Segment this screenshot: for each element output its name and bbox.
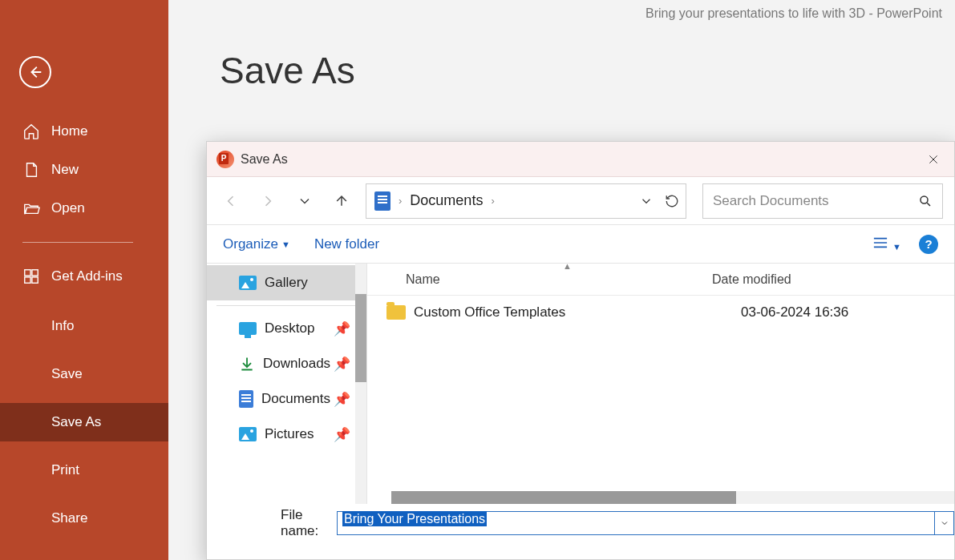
open-folder-icon: [22, 199, 40, 217]
nav-saveas[interactable]: Save As: [0, 403, 168, 441]
documents-icon: [239, 390, 253, 408]
powerpoint-icon: [216, 151, 234, 168]
column-date[interactable]: Date modified: [712, 272, 954, 287]
chevron-down-icon[interactable]: [639, 194, 654, 208]
view-button[interactable]: ▼: [872, 236, 901, 253]
newfolder-button[interactable]: New folder: [314, 236, 379, 252]
filename-value: Bring Your Presentations: [342, 511, 487, 526]
nav-home[interactable]: Home: [0, 112, 168, 151]
document-location-icon: [374, 191, 390, 211]
search-icon: [918, 194, 933, 208]
explorer-body: Gallery Desktop 📌 Downloads 📌 Documents …: [207, 264, 954, 504]
svg-rect-2: [25, 277, 30, 283]
place-documents[interactable]: Documents 📌: [207, 381, 366, 417]
places-scroll-thumb[interactable]: [355, 294, 366, 382]
window-title: Bring your presentations to life with 3D…: [168, 0, 955, 21]
nav-open-label: Open: [51, 200, 85, 216]
dialog-nav-row: › Documents ›: [207, 177, 954, 225]
home-icon: [22, 123, 40, 140]
nav-share[interactable]: Share: [0, 499, 168, 538]
item-name: Custom Office Templates: [414, 304, 741, 320]
nav-up-button[interactable]: [329, 188, 354, 214]
svg-rect-3: [32, 277, 38, 283]
svg-rect-0: [25, 270, 30, 276]
chevron-down-icon: [940, 518, 949, 528]
pin-icon[interactable]: 📌: [334, 320, 350, 337]
refresh-icon[interactable]: [665, 194, 679, 208]
new-file-icon: [22, 161, 40, 179]
nav-addins[interactable]: Get Add-ins: [0, 257, 168, 296]
places-panel: Gallery Desktop 📌 Downloads 📌 Documents …: [207, 264, 367, 504]
nav-forward-button[interactable]: [255, 188, 281, 214]
list-view-icon: [872, 236, 889, 250]
pictures-icon: [239, 427, 257, 441]
breadcrumb-sep: ›: [491, 195, 494, 207]
page-title: Save As: [168, 21, 955, 92]
saveas-dialog: Save As › Documents › Organize ▼ N: [206, 141, 955, 560]
svg-point-4: [921, 196, 928, 203]
dialog-toolbar: Organize ▼ New folder ▼ ?: [207, 225, 954, 264]
arrow-left-icon: [223, 193, 239, 209]
help-button[interactable]: ?: [919, 235, 938, 254]
chevron-down-icon: [297, 193, 313, 209]
gallery-icon: [239, 276, 257, 290]
pin-icon[interactable]: 📌: [334, 356, 350, 373]
nav-back-button[interactable]: [218, 188, 244, 214]
dialog-title: Save As: [241, 152, 288, 167]
list-item[interactable]: Custom Office Templates 03-06-2024 16:36: [367, 296, 954, 329]
nav-new-label: New: [51, 162, 79, 178]
addins-icon: [22, 268, 40, 285]
sort-ascending-icon[interactable]: ▲: [563, 261, 572, 271]
nav-print[interactable]: Print: [0, 451, 168, 489]
desktop-icon: [239, 322, 257, 335]
nav-home-label: Home: [51, 123, 87, 139]
nav-recent-button[interactable]: [292, 188, 318, 214]
column-name[interactable]: Name: [367, 272, 712, 287]
search-input[interactable]: [713, 193, 918, 209]
close-icon: [927, 153, 940, 166]
item-date: 03-06-2024 16:36: [741, 304, 848, 320]
nav-addins-label: Get Add-ins: [51, 268, 123, 284]
pin-icon[interactable]: 📌: [334, 426, 350, 443]
file-list-hscroll-thumb[interactable]: [391, 491, 736, 504]
backstage-sidebar: Home New Open Get Add-ins Info Save Save…: [0, 0, 168, 560]
breadcrumb-location[interactable]: Documents: [410, 192, 483, 209]
download-icon: [239, 356, 255, 372]
nav-info[interactable]: Info: [0, 307, 168, 345]
arrow-right-icon: [260, 193, 276, 209]
dialog-titlebar: Save As: [207, 142, 954, 177]
place-gallery[interactable]: Gallery: [207, 265, 366, 300]
organize-button[interactable]: Organize ▼: [223, 236, 290, 252]
breadcrumb[interactable]: › Documents ›: [366, 183, 686, 219]
filename-input[interactable]: Bring Your Presentations: [337, 511, 935, 535]
filename-row: File name: Bring Your Presentations: [207, 504, 954, 542]
place-pictures[interactable]: Pictures 📌: [207, 417, 366, 452]
arrow-up-icon: [334, 193, 350, 209]
svg-rect-1: [32, 270, 38, 276]
place-desktop[interactable]: Desktop 📌: [207, 311, 366, 346]
pin-icon[interactable]: 📌: [334, 391, 350, 408]
filename-label: File name:: [281, 507, 329, 539]
back-button[interactable]: [19, 56, 51, 88]
nav-new[interactable]: New: [0, 151, 168, 189]
close-button[interactable]: [922, 148, 945, 171]
place-downloads[interactable]: Downloads 📌: [207, 346, 366, 381]
search-box[interactable]: [702, 183, 943, 219]
nav-open[interactable]: Open: [0, 189, 168, 228]
file-list-header: ▲ Name Date modified: [367, 264, 954, 296]
folder-icon: [386, 305, 406, 320]
places-divider: [216, 305, 357, 306]
nav-divider: [22, 242, 133, 243]
breadcrumb-sep: ›: [399, 195, 402, 207]
arrow-left-icon: [26, 63, 44, 81]
nav-save[interactable]: Save: [0, 355, 168, 393]
filename-dropdown[interactable]: [935, 511, 954, 535]
file-list: ▲ Name Date modified Custom Office Templ…: [367, 264, 954, 504]
